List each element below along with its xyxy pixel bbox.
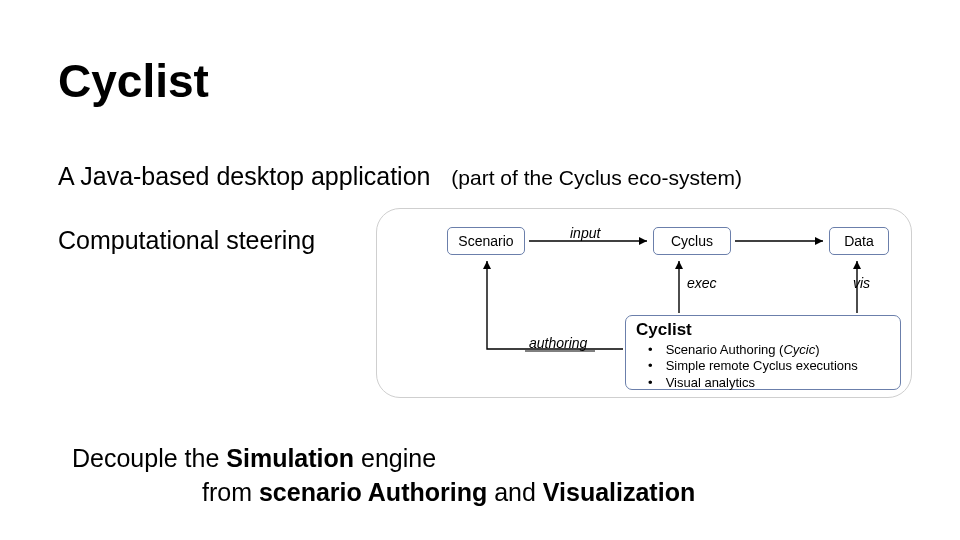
diagram-panel: Scenario Cyclus Data input exec vis auth… xyxy=(376,208,912,398)
node-scenario: Scenario xyxy=(447,227,525,255)
list-item-text: Visual analytics xyxy=(666,375,755,390)
edge-label-vis: vis xyxy=(853,275,870,291)
node-cyclus: Cyclus xyxy=(653,227,731,255)
subtitle: A Java-based desktop application (part o… xyxy=(58,162,742,191)
edge-label-authoring: authoring xyxy=(529,335,587,351)
list-item-text: Scenario Authoring ( xyxy=(666,342,784,357)
subtitle-paren: (part of the Cyclus eco-system) xyxy=(451,166,742,189)
decouple-l2a: from xyxy=(202,478,259,506)
list-item: Simple remote Cyclus executions xyxy=(648,358,890,374)
decouple-l1c: engine xyxy=(354,444,436,472)
list-item: Visual analytics xyxy=(648,375,890,391)
decouple-l2c: and xyxy=(487,478,543,506)
node-cyclist: Cyclist Scenario Authoring (Cycic) Simpl… xyxy=(625,315,901,390)
cyclist-feature-list: Scenario Authoring (Cycic) Simple remote… xyxy=(636,342,890,391)
subtitle-main: A Java-based desktop application xyxy=(58,162,430,190)
list-item-text: ) xyxy=(815,342,819,357)
decouple-l1a: Decouple the xyxy=(72,444,226,472)
decouple-l1b: Simulation xyxy=(226,444,354,472)
edge-label-input: input xyxy=(570,225,600,241)
edge-label-exec: exec xyxy=(687,275,717,291)
list-item: Scenario Authoring (Cycic) xyxy=(648,342,890,358)
slide: Cyclist A Java-based desktop application… xyxy=(0,0,960,540)
page-title: Cyclist xyxy=(58,54,209,108)
cyclist-header: Cyclist xyxy=(636,320,890,340)
steering-label: Computational steering xyxy=(58,226,315,255)
decouple-l2b: scenario Authoring xyxy=(259,478,487,506)
decouple-statement: Decouple the Simulation engine from scen… xyxy=(72,442,695,510)
decouple-l2d: Visualization xyxy=(543,478,695,506)
list-item-emph: Cycic xyxy=(783,342,815,357)
list-item-text: Simple remote Cyclus executions xyxy=(666,358,858,373)
node-data: Data xyxy=(829,227,889,255)
